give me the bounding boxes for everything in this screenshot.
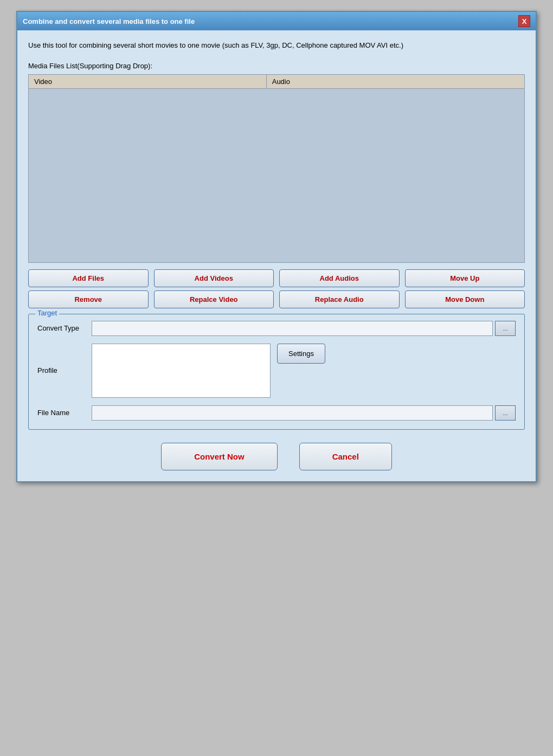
profile-label: Profile	[37, 366, 92, 374]
add-videos-button[interactable]: Add Videos	[154, 269, 274, 287]
profile-textarea[interactable]	[92, 344, 271, 398]
settings-button[interactable]: Settings	[277, 344, 325, 364]
video-column-header: Video	[29, 75, 267, 88]
convert-now-button[interactable]: Convert Now	[161, 443, 278, 470]
audio-column-header: Audio	[267, 75, 524, 88]
convert-type-input[interactable]	[92, 321, 493, 336]
move-up-button[interactable]: Move Up	[405, 269, 525, 287]
convert-type-row: Convert Type ...	[37, 321, 516, 336]
move-down-button[interactable]: Move Down	[405, 290, 525, 308]
title-bar: Combine and convert several media files …	[17, 12, 536, 30]
add-files-button[interactable]: Add Files	[28, 269, 149, 287]
file-list-header: Video Audio	[29, 75, 524, 89]
description-text: Use this tool for combining several shor…	[28, 40, 525, 51]
file-list-container[interactable]: Video Audio	[28, 74, 525, 263]
target-section: Target Convert Type ... Profile Settings	[28, 314, 525, 430]
remove-button[interactable]: Remove	[28, 290, 149, 308]
replace-audio-button[interactable]: Replace Audio	[279, 290, 400, 308]
add-audios-button[interactable]: Add Audios	[279, 269, 400, 287]
buttons-row-1: Add Files Add Videos Add Audios Move Up	[28, 269, 525, 287]
replace-video-button[interactable]: Repalce Video	[154, 290, 274, 308]
file-name-input[interactable]	[92, 405, 493, 421]
profile-row: Profile Settings	[37, 344, 516, 398]
dialog-title: Combine and convert several media files …	[23, 17, 195, 25]
bottom-buttons: Convert Now Cancel	[28, 443, 525, 470]
main-dialog: Combine and convert several media files …	[16, 11, 537, 482]
close-button[interactable]: X	[518, 15, 530, 27]
cancel-button[interactable]: Cancel	[299, 443, 392, 470]
target-legend: Target	[35, 309, 59, 317]
buttons-row-2: Remove Repalce Video Replace Audio Move …	[28, 290, 525, 308]
file-name-label: File Name	[37, 409, 92, 417]
convert-type-label: Convert Type	[37, 324, 92, 332]
file-list-body[interactable]	[29, 89, 524, 262]
file-name-browse-button[interactable]: ...	[495, 405, 516, 421]
file-name-row: File Name ...	[37, 405, 516, 421]
profile-area: Settings	[92, 344, 516, 398]
convert-type-browse-button[interactable]: ...	[495, 321, 516, 336]
dialog-body: Use this tool for combining several shor…	[17, 30, 536, 481]
files-list-label: Media Files List(Supporting Drag Drop):	[28, 62, 525, 70]
